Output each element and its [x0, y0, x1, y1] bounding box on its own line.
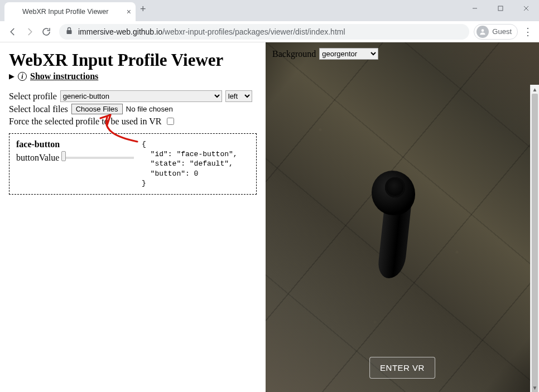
- reload-button[interactable]: [38, 23, 55, 40]
- scroll-up-button[interactable]: ▲: [531, 85, 539, 94]
- url-input[interactable]: immersive-web.github.io/webxr-input-prof…: [59, 24, 469, 40]
- browser-tab[interactable]: WebXR Input Profile Viewer ×: [4, 2, 136, 21]
- back-button[interactable]: [4, 23, 21, 40]
- component-json: { "id": "face-button", "state": "default…: [142, 139, 238, 188]
- minimize-button[interactable]: [462, 0, 488, 17]
- address-bar: immersive-web.github.io/webxr-input-prof…: [0, 21, 539, 42]
- force-vr-label: Force the selected profile to be used in…: [9, 117, 161, 127]
- component-title: face-button: [16, 139, 136, 149]
- lock-icon: [66, 27, 73, 36]
- background-label: Background: [272, 49, 316, 59]
- background-select[interactable]: georgentor: [319, 48, 378, 60]
- close-window-button[interactable]: [513, 0, 539, 17]
- url-text: immersive-web.github.io/webxr-input-prof…: [78, 27, 345, 36]
- select-local-files-label: Select local files: [9, 104, 68, 114]
- enter-vr-button[interactable]: ENTER VR: [369, 357, 435, 379]
- svg-point-5: [482, 29, 484, 32]
- forward-button[interactable]: [21, 23, 38, 40]
- force-vr-checkbox[interactable]: [167, 118, 174, 125]
- profile-select[interactable]: generic-button: [60, 90, 222, 102]
- select-profile-label: Select profile: [9, 91, 57, 101]
- svg-rect-1: [498, 6, 503, 11]
- slider-label: buttonValue: [16, 153, 59, 163]
- button-value-slider[interactable]: [61, 157, 134, 159]
- show-instructions-link[interactable]: Show instructions: [30, 71, 98, 81]
- handedness-select[interactable]: left: [225, 90, 252, 102]
- avatar-icon: [477, 26, 489, 38]
- browser-menu-button[interactable]: ⋮: [521, 26, 535, 38]
- component-panel: face-button buttonValue { "id": "face-bu…: [9, 133, 257, 195]
- left-pane: WebXR Input Profile Viewer ▶ i Show inst…: [0, 42, 266, 392]
- info-icon: i: [18, 72, 27, 81]
- vertical-scrollbar[interactable]: ▲ ▼: [530, 85, 539, 392]
- file-status: No file chosen: [126, 105, 173, 113]
- browser-tab-strip: WebXR Input Profile Viewer × +: [0, 0, 539, 21]
- maximize-button[interactable]: [488, 0, 513, 17]
- profile-chip[interactable]: Guest: [474, 24, 518, 40]
- disclosure-triangle-icon[interactable]: ▶: [9, 72, 15, 81]
- viewer-canvas[interactable]: Background georgentor ENTER VR: [266, 42, 539, 392]
- scroll-thumb[interactable]: [532, 94, 538, 392]
- new-tab-button[interactable]: +: [140, 3, 146, 15]
- svg-rect-4: [67, 30, 72, 34]
- favicon-icon: [9, 7, 18, 16]
- tab-title: WebXR Input Profile Viewer: [22, 8, 108, 16]
- guest-label: Guest: [492, 27, 512, 36]
- page-title: WebXR Input Profile Viewer: [9, 50, 257, 70]
- close-tab-icon[interactable]: ×: [127, 8, 131, 16]
- choose-files-button[interactable]: Choose Files: [71, 104, 123, 114]
- window-controls: [462, 0, 539, 17]
- scroll-down-button[interactable]: ▼: [531, 383, 539, 392]
- controller-model: [372, 171, 422, 282]
